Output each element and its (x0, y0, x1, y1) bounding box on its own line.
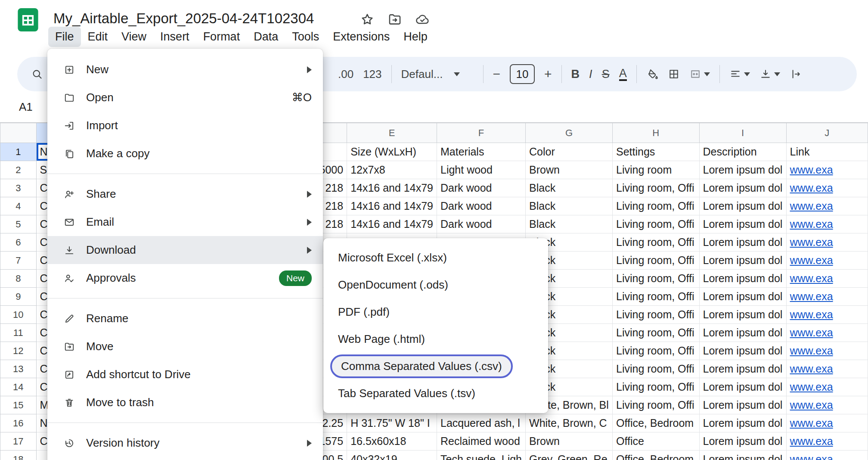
column-header-f[interactable]: F (437, 123, 526, 143)
cell-f18[interactable]: Tech suede, Ligh (437, 451, 526, 460)
document-title[interactable]: My_Airtable_Export_2025-04-24T102304 (53, 10, 314, 27)
cell-i17[interactable]: Lorem ipsum dol (699, 432, 786, 451)
number-format-button[interactable]: 123 (363, 68, 381, 81)
cell-h4[interactable]: Living room, Offi (613, 197, 700, 215)
menu-tools[interactable]: Tools (285, 27, 326, 47)
cell-g16[interactable]: White, Brown, C (526, 414, 613, 432)
cell-i10[interactable]: Lorem ipsum dol (699, 306, 786, 324)
cell-h9[interactable]: Living room, Offi (613, 288, 700, 306)
row-number[interactable]: 7 (0, 252, 37, 270)
row-number[interactable]: 3 (0, 179, 37, 197)
cell-i12[interactable]: Lorem ipsum dol (699, 342, 786, 360)
cell-g3[interactable]: Black (526, 179, 613, 197)
borders-icon[interactable] (668, 68, 680, 80)
download-menu-item-web-page-html[interactable]: Web Page (.html) (323, 326, 548, 353)
file-menu-item-share[interactable]: Share (47, 180, 323, 208)
menu-view[interactable]: View (115, 27, 153, 47)
cell-e5[interactable]: 14x16 and 14x79 (347, 215, 437, 233)
cell-h2[interactable]: Living room (613, 161, 700, 179)
cell-e2[interactable]: 12x7x8 (347, 161, 437, 179)
cell-g1[interactable]: Color (526, 143, 613, 161)
cell-j17[interactable]: www.exa (786, 432, 868, 451)
increase-font-size-button[interactable]: + (544, 67, 552, 81)
row-number[interactable]: 2 (0, 161, 37, 179)
italic-button[interactable]: I (589, 68, 592, 81)
download-menu-item-comma-separated-values-csv[interactable]: Comma Separated Values (.csv) (323, 353, 548, 380)
cell-j2[interactable]: www.exa (786, 161, 868, 179)
file-menu-item-add-shortcut-to-drive[interactable]: Add shortcut to Drive (47, 361, 323, 389)
cell-h12[interactable]: Living room, Offi (613, 342, 700, 360)
cell-f17[interactable]: Reclaimed wood (437, 432, 526, 451)
vertical-align-button[interactable] (760, 68, 780, 80)
cell-j12[interactable]: www.exa (786, 342, 868, 360)
cell-e17[interactable]: 16.5x60x18 (347, 432, 437, 451)
download-menu-item-pdf-pdf[interactable]: PDF (.pdf) (323, 298, 548, 326)
text-rotation-icon[interactable] (790, 68, 802, 80)
cloud-saved-icon[interactable] (415, 12, 430, 28)
file-menu-item-new[interactable]: New (47, 56, 323, 84)
cell-e16[interactable]: H 31.75" W 18" I (347, 414, 437, 432)
cell-h7[interactable]: Living room, Offi (613, 252, 700, 270)
row-number[interactable]: 15 (0, 396, 37, 414)
cell-j16[interactable]: www.exa (786, 414, 868, 432)
row-number[interactable]: 10 (0, 306, 37, 324)
cell-i15[interactable]: Lorem ipsum dol (699, 396, 786, 414)
cell-i4[interactable]: Lorem ipsum dol (699, 197, 786, 215)
cell-g2[interactable]: Brown (526, 161, 613, 179)
download-menu-item-opendocument-ods[interactable]: OpenDocument (.ods) (323, 271, 548, 298)
file-menu-item-make-a-copy[interactable]: Make a copy (47, 140, 323, 168)
select-all-corner[interactable] (0, 123, 37, 143)
cell-f5[interactable]: Dark wood (437, 215, 526, 233)
cell-f4[interactable]: Dark wood (437, 197, 526, 215)
decrease-font-size-button[interactable]: − (493, 67, 501, 81)
merge-cells-button[interactable] (689, 68, 710, 80)
cell-j15[interactable]: www.exa (786, 396, 868, 414)
cell-i16[interactable]: Lorem ipsum dol (699, 414, 786, 432)
cell-h15[interactable]: Living room, Offi (613, 396, 700, 414)
cell-f2[interactable]: Light wood (437, 161, 526, 179)
cell-f1[interactable]: Materials (437, 143, 526, 161)
cell-h10[interactable]: Living room, Offi (613, 306, 700, 324)
cell-j8[interactable]: www.exa (786, 270, 868, 288)
cell-e1[interactable]: Size (WxLxH) (347, 143, 437, 161)
cell-j3[interactable]: www.exa (786, 179, 868, 197)
row-number[interactable]: 14 (0, 378, 37, 396)
row-number[interactable]: 4 (0, 197, 37, 215)
row-number[interactable]: 13 (0, 360, 37, 378)
cell-g5[interactable]: Black (526, 215, 613, 233)
cell-h17[interactable]: Office (613, 432, 700, 451)
column-header-e[interactable]: E (347, 123, 437, 143)
cell-g17[interactable]: Brown (526, 432, 613, 451)
file-menu-item-email[interactable]: Email (47, 208, 323, 236)
cell-h3[interactable]: Living room, Offi (613, 179, 700, 197)
cell-i3[interactable]: Lorem ipsum dol (699, 179, 786, 197)
row-number[interactable]: 6 (0, 233, 37, 252)
cell-i1[interactable]: Description (699, 143, 786, 161)
cell-j9[interactable]: www.exa (786, 288, 868, 306)
cell-j10[interactable]: www.exa (786, 306, 868, 324)
column-header-g[interactable]: G (526, 123, 613, 143)
cell-i14[interactable]: Lorem ipsum dol (699, 378, 786, 396)
menu-format[interactable]: Format (196, 27, 247, 47)
row-number[interactable]: 8 (0, 270, 37, 288)
cell-f16[interactable]: Lacquered ash, l (437, 414, 526, 432)
strikethrough-button[interactable]: S (602, 68, 610, 81)
file-menu-item-import[interactable]: Import (47, 112, 323, 140)
cell-e18[interactable]: 40x32x19 (347, 451, 437, 460)
cell-h13[interactable]: Living room, Offi (613, 360, 700, 378)
cell-j5[interactable]: www.exa (786, 215, 868, 233)
fill-color-icon[interactable] (646, 68, 658, 80)
cell-j4[interactable]: www.exa (786, 197, 868, 215)
bold-button[interactable]: B (571, 68, 580, 81)
file-menu-item-open[interactable]: Open⌘O (47, 84, 323, 112)
cell-h18[interactable]: Office, Bedroom (613, 451, 700, 460)
cell-i11[interactable]: Lorem ipsum dol (699, 324, 786, 342)
cell-e4[interactable]: 14x16 and 14x79 (347, 197, 437, 215)
row-number[interactable]: 16 (0, 414, 37, 432)
cell-h11[interactable]: Living room, Offi (613, 324, 700, 342)
name-box[interactable]: A1 (19, 100, 33, 114)
cell-j6[interactable]: www.exa (786, 233, 868, 252)
star-icon[interactable] (360, 12, 375, 28)
horizontal-align-button[interactable] (729, 68, 750, 80)
row-number[interactable]: 18 (0, 451, 37, 460)
